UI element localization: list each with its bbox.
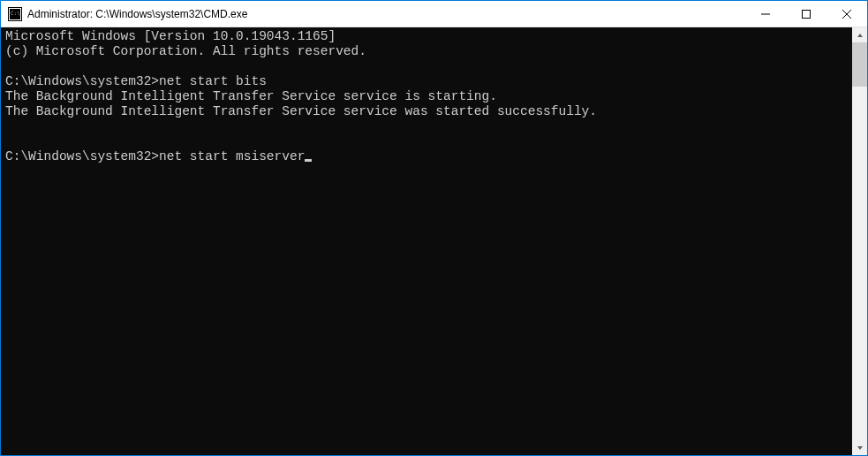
svg-rect-5	[803, 10, 811, 18]
close-button[interactable]	[826, 1, 867, 27]
scrollbar-track[interactable]	[852, 42, 867, 440]
cursor	[305, 159, 312, 162]
vertical-scrollbar[interactable]	[852, 27, 867, 455]
version-line: Microsoft Windows [Version 10.0.19043.11…	[5, 29, 336, 43]
minimize-button[interactable]	[745, 1, 786, 27]
scrollbar-up-arrow[interactable]	[852, 27, 867, 42]
scrollbar-down-arrow[interactable]	[852, 440, 867, 455]
terminal-output[interactable]: Microsoft Windows [Version 10.0.19043.11…	[1, 27, 852, 455]
cmd-icon: C:\	[8, 7, 22, 21]
output-line: The Background Intelligent Transfer Serv…	[5, 89, 497, 103]
prompt: C:\Windows\system32>	[5, 74, 159, 88]
output-line: The Background Intelligent Transfer Serv…	[5, 104, 597, 118]
titlebar[interactable]: C:\ Administrator: C:\Windows\system32\C…	[1, 1, 867, 27]
svg-text:C:\: C:\	[11, 10, 20, 16]
scrollbar-thumb[interactable]	[852, 42, 867, 87]
copyright-line: (c) Microsoft Corporation. All rights re…	[5, 44, 366, 58]
cmd-window: C:\ Administrator: C:\Windows\system32\C…	[1, 1, 867, 455]
window-controls	[745, 1, 867, 27]
command-text: net start bits	[159, 74, 267, 88]
prompt: C:\Windows\system32>	[5, 149, 159, 163]
terminal-area: Microsoft Windows [Version 10.0.19043.11…	[1, 27, 867, 455]
maximize-button[interactable]	[786, 1, 826, 27]
command-text: net start msiserver	[159, 149, 305, 163]
window-title: Administrator: C:\Windows\system32\CMD.e…	[27, 8, 745, 20]
